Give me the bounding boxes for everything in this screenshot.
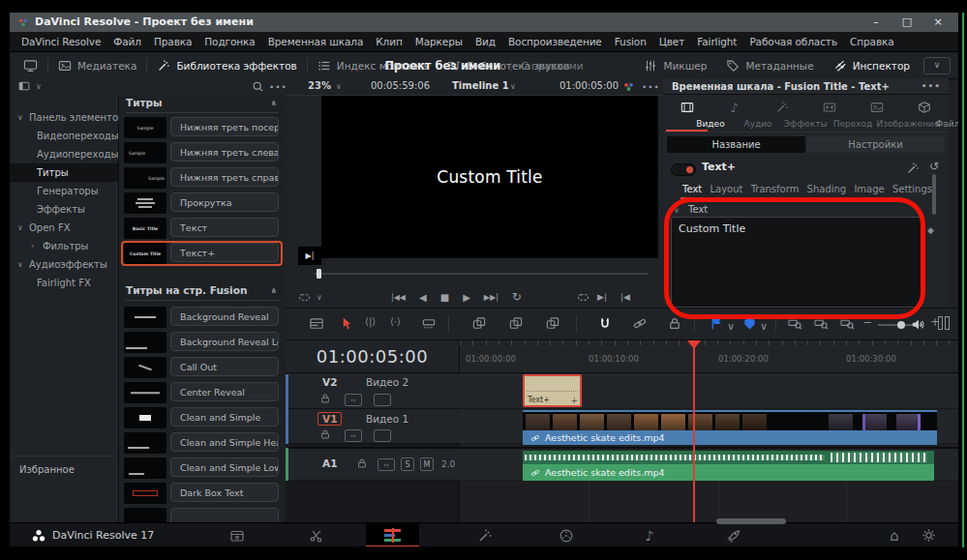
jump-to-edit-icon[interactable]: ▶| xyxy=(298,247,321,265)
page-fairlight[interactable]: ♪ xyxy=(630,523,669,546)
metadata-toggle[interactable]: Метаданные xyxy=(726,59,813,73)
list-item[interactable]: Background Reveal xyxy=(124,307,281,328)
track-height-icon[interactable] xyxy=(936,316,950,333)
viewer-options-menu[interactable]: ••• xyxy=(642,82,660,92)
list-item[interactable]: Прокрутка xyxy=(124,192,281,214)
tab-video[interactable]: Видео xyxy=(663,96,710,132)
title-text-input[interactable]: Custom Title xyxy=(671,217,922,308)
panel-layout-dropdown[interactable]: ∨ xyxy=(36,82,42,91)
tab-transition[interactable]: Переход xyxy=(805,96,853,132)
project-manager-button[interactable]: ⌂ xyxy=(875,523,914,546)
tree-item-toolbox[interactable]: ∨Панель элементов xyxy=(10,108,118,127)
list-item[interactable]: Background Reveal Lo... xyxy=(124,332,281,353)
selection-mode-icon[interactable] xyxy=(340,316,354,331)
collapse-icon[interactable]: ∧ xyxy=(271,99,278,107)
timeline-name[interactable]: Timeline 1 xyxy=(452,80,509,91)
go-to-end-button[interactable]: ▶▶| xyxy=(484,293,499,302)
page-edit-active[interactable] xyxy=(366,523,419,546)
list-item[interactable]: Basic TitleТекст xyxy=(124,218,281,239)
menu-file[interactable]: Файл xyxy=(113,36,141,47)
safe-area-icon[interactable] xyxy=(297,291,312,304)
menu-fusion[interactable]: Fusion xyxy=(615,36,647,47)
lane-v2[interactable]: Text+ + xyxy=(460,373,958,409)
timeline-dropdown-icon[interactable]: ∨ xyxy=(510,82,516,91)
node-enable-toggle[interactable] xyxy=(671,163,696,176)
menu-fairlight[interactable]: Fairlight xyxy=(697,36,737,47)
search-icon[interactable] xyxy=(252,80,264,93)
track-header-v1[interactable]: V1 Видео 1 ‹› xyxy=(288,409,460,444)
tree-item-audiofx[interactable]: ∨Аудиоэффекты xyxy=(10,255,118,274)
section-header-titles[interactable]: Титры∧ xyxy=(126,97,279,113)
remote-grab-button[interactable] xyxy=(23,58,38,73)
loop-button[interactable]: ↻ xyxy=(512,290,522,304)
tree-item-effects[interactable]: Эффекты xyxy=(10,200,118,219)
timeline-view-options-icon[interactable] xyxy=(309,316,324,331)
menu-markers[interactable]: Маркеры xyxy=(415,36,463,47)
list-item[interactable]: SampleНижняя треть слева xyxy=(124,142,281,163)
solo-button[interactable]: S xyxy=(401,457,414,471)
keyframe-wand-icon[interactable] xyxy=(906,162,920,175)
list-item[interactable]: Call Out xyxy=(124,357,281,378)
menu-help[interactable]: Справка xyxy=(850,36,894,47)
enable-track-icon[interactable] xyxy=(374,394,391,406)
menu-timeline[interactable]: Временная шкала xyxy=(268,36,364,47)
playhead-line[interactable] xyxy=(693,340,695,522)
detail-zoom-icon[interactable] xyxy=(813,316,830,331)
list-item[interactable]: Center Reveal xyxy=(124,382,281,403)
tree-item-audio-transitions[interactable]: Аудиопереходы xyxy=(10,145,118,163)
media-pool-toggle[interactable]: Медиатека xyxy=(58,59,136,73)
tree-item-video-transitions[interactable]: Видеопереходы xyxy=(10,127,118,145)
marker-icon[interactable] xyxy=(742,316,757,331)
settings-button[interactable] xyxy=(909,523,948,546)
menu-playback[interactable]: Воспроизведение xyxy=(508,36,602,47)
auto-select-icon[interactable]: ‹› xyxy=(345,394,362,406)
close-button[interactable]: × xyxy=(929,15,947,30)
effects-library-toggle[interactable]: Библиотека эффектов xyxy=(157,59,296,73)
subtab-shading[interactable]: Shading xyxy=(807,184,847,194)
snapping-magnet-icon[interactable] xyxy=(597,316,613,331)
zoom-dropdown-icon[interactable]: ∨ xyxy=(336,82,342,91)
page-deliver[interactable] xyxy=(714,523,753,546)
subtab-transform[interactable]: Transform xyxy=(751,184,800,194)
list-item[interactable]: Dark Box Text xyxy=(124,483,281,504)
maximize-button[interactable]: □ xyxy=(898,15,916,30)
stop-button[interactable]: ■ xyxy=(440,292,449,303)
tree-item-fairlightfx[interactable]: Fairlight FX xyxy=(10,274,118,292)
inspector-toggle[interactable]: Инспектор xyxy=(833,59,910,73)
zoom-slider-knob[interactable] xyxy=(897,321,905,329)
insert-clip-icon[interactable] xyxy=(471,316,487,331)
page-fusion[interactable] xyxy=(466,523,504,546)
keyframe-diamond-icon[interactable]: ◆ xyxy=(927,225,934,235)
menu-davinci[interactable]: DaVinci Resolve xyxy=(21,36,101,47)
minimize-button[interactable]: – xyxy=(867,15,885,30)
lane-a1[interactable]: Aesthetic skate edits.mp4 xyxy=(460,447,958,481)
razor-edit-mode-icon[interactable] xyxy=(421,316,437,331)
tab-file[interactable]: Файл xyxy=(900,96,948,132)
view-tab-settings[interactable]: Настройки xyxy=(806,136,945,153)
lock-icon[interactable] xyxy=(356,457,368,469)
timeline-lanes[interactable]: Text+ + xyxy=(460,373,958,522)
video-preview[interactable]: Custom Title xyxy=(321,96,658,258)
tree-item-generators[interactable]: Генераторы xyxy=(10,182,118,200)
inspector-scrollbar[interactable] xyxy=(932,174,936,215)
lock-icon[interactable] xyxy=(319,393,331,404)
timeline-ruler[interactable]: 01:00:00:00 01:00:10:00 01:00:20:00 01:0… xyxy=(460,340,958,373)
flag-icon[interactable] xyxy=(710,316,724,331)
list-item-partial[interactable] xyxy=(124,508,281,522)
mixer-toggle[interactable]: Микшер xyxy=(644,59,707,73)
list-item[interactable]: SampleНижняя треть посере... xyxy=(124,117,281,138)
tab-image[interactable]: Изображение xyxy=(853,96,900,132)
title-clip-selected[interactable]: Text+ + xyxy=(523,374,582,407)
prev-edit-button[interactable]: |◀ xyxy=(620,292,630,302)
subtab-settings[interactable]: Settings xyxy=(892,184,932,194)
go-to-start-button[interactable]: |◀◀ xyxy=(391,293,406,302)
overwrite-clip-icon[interactable] xyxy=(508,316,524,331)
list-item[interactable]: Clean and Simple Low... xyxy=(124,457,281,479)
loop-range-icon[interactable] xyxy=(576,291,590,304)
next-edit-button[interactable]: ▶| xyxy=(597,292,607,302)
lock-icon[interactable] xyxy=(319,428,331,440)
tab-effects[interactable]: Эффекты xyxy=(758,96,805,132)
subtab-layout[interactable]: Layout xyxy=(710,184,742,194)
tab-audio[interactable]: ♪Аудио xyxy=(710,96,758,132)
menu-view[interactable]: Вид xyxy=(475,36,496,47)
